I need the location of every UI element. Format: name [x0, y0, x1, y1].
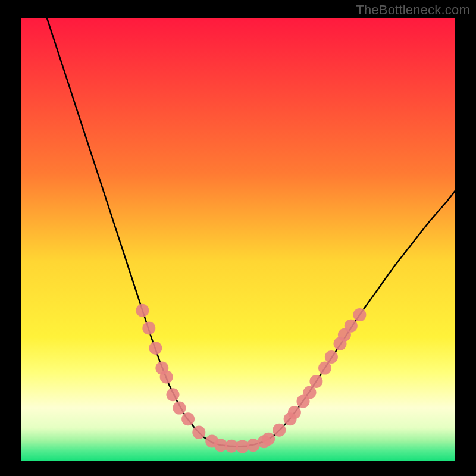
scatter-point — [303, 386, 317, 399]
scatter-point — [273, 424, 286, 437]
scatter-point — [325, 350, 338, 364]
scatter-point — [309, 375, 322, 388]
scatter-point — [149, 342, 162, 355]
scatter-point — [288, 406, 301, 419]
chart-svg — [0, 0, 476, 476]
scatter-point — [173, 402, 186, 415]
scatter-point — [318, 362, 331, 375]
scatter-point — [160, 371, 173, 384]
scatter-point — [136, 304, 149, 317]
watermark-text: TheBottleneck.com — [356, 2, 470, 18]
scatter-point — [192, 426, 205, 439]
scatter-point — [262, 433, 275, 446]
scatter-point — [167, 388, 180, 401]
scatter-point — [345, 320, 358, 333]
scatter-point — [181, 412, 195, 425]
scatter-point — [353, 308, 366, 321]
scatter-point — [142, 322, 155, 335]
chart-frame: TheBottleneck.com — [0, 0, 476, 476]
plot-background — [21, 18, 455, 461]
